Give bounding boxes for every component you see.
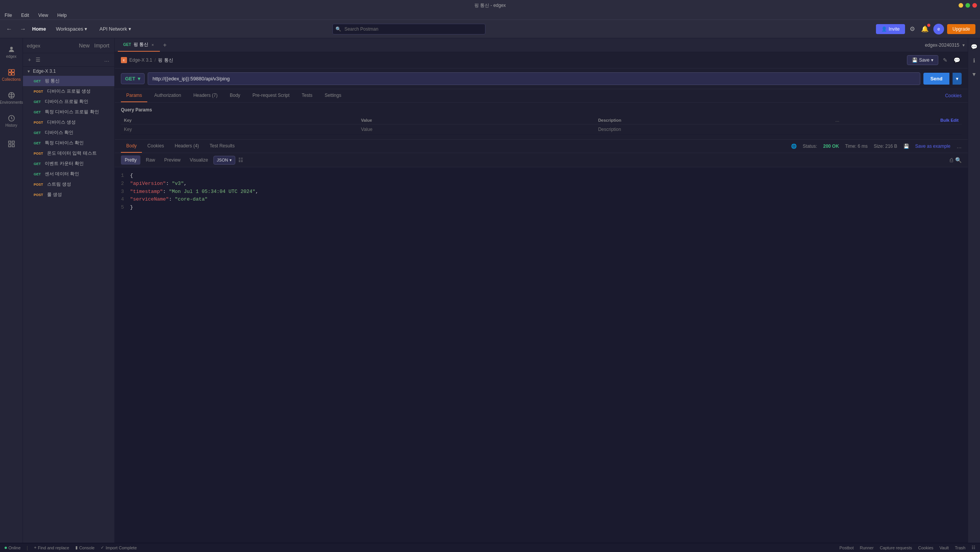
back-button[interactable]: ← (5, 24, 14, 34)
forward-button[interactable]: → (18, 24, 28, 34)
breadcrumb: E Edge-X 3.1 / 핑 통신 💾 Save ▾ ✎ 💬 (115, 52, 968, 69)
menu-file[interactable]: File (3, 12, 13, 19)
upgrade-button[interactable]: Upgrade (947, 24, 975, 34)
visualize-tab[interactable]: Visualize (186, 155, 212, 165)
res-tab-headers[interactable]: Headers (4) (169, 140, 204, 153)
request-item[interactable]: POST스트림 생성 (23, 179, 114, 189)
postbot-btn[interactable]: Postbot (839, 545, 853, 550)
maximize-button[interactable] (965, 3, 970, 8)
value-input[interactable] (361, 127, 592, 132)
res-tab-body[interactable]: Body (121, 140, 142, 153)
sidebar-item-explorer[interactable] (3, 133, 20, 155)
runner-btn[interactable]: Runner (860, 545, 874, 550)
sidebar-user-btn[interactable]: edgex (3, 41, 20, 63)
request-item[interactable]: GET이벤트 카운터 확인 (23, 158, 114, 169)
right-sidebar-btn-1[interactable]: 💬 (969, 41, 980, 52)
tab-tests[interactable]: Tests (296, 89, 318, 102)
res-tabs-bar: Body Cookies Headers (4) Test Results 🌐 … (115, 140, 968, 153)
tab-headers[interactable]: Headers (7) (188, 89, 223, 102)
history-icon (8, 114, 15, 122)
format-select[interactable]: JSON ▾ (213, 156, 235, 165)
new-button[interactable]: New (78, 41, 91, 50)
collection-item-edgex[interactable]: ▼ Edge-X 3.1 (23, 67, 114, 76)
bulk-edit-btn[interactable]: Bulk Edit (871, 116, 962, 124)
top-nav: ← → Home Workspaces ▾ API Network ▾ 🔍 👤 … (0, 20, 980, 38)
desc-input[interactable] (598, 127, 829, 132)
save-button[interactable]: 💾 Save ▾ (907, 55, 938, 65)
send-button[interactable]: Send (923, 73, 949, 85)
minimize-button[interactable] (959, 3, 963, 8)
console-btn[interactable]: ▮ Console (75, 545, 94, 550)
notifications-button[interactable]: 🔔 (920, 24, 930, 34)
active-tab[interactable]: GET 핑 통신 × (118, 38, 160, 52)
api-network-dropdown[interactable]: API Network ▾ (96, 24, 135, 34)
tab-settings[interactable]: Settings (319, 89, 347, 102)
workspaces-dropdown[interactable]: Workspaces ▾ (52, 24, 91, 34)
trash-btn[interactable]: Trash (955, 545, 965, 550)
request-item[interactable]: POST디바이스 프로필 생성 (23, 86, 114, 96)
import-button[interactable]: Import (93, 41, 111, 50)
search-res-btn[interactable]: 🔍 (955, 157, 962, 163)
send-dropdown-btn[interactable]: ▾ (952, 73, 962, 85)
online-status[interactable]: Online (5, 545, 21, 550)
tab-params[interactable]: Params (121, 89, 147, 102)
find-replace-btn[interactable]: ⌖ Find and replace (34, 545, 69, 550)
sidebar-item-collections[interactable]: Collections (3, 64, 20, 86)
content-area: GET 핑 통신 × + edgex-20240315 ▾ E Edge-X 3… (115, 38, 968, 543)
add-tab-btn[interactable]: + (160, 40, 169, 50)
raw-tab[interactable]: Raw (142, 155, 159, 165)
request-item[interactable]: GET특정 디바이스 프로필 확인 (23, 107, 114, 117)
menu-edit[interactable]: Edit (20, 12, 31, 19)
right-sidebar-btn-3[interactable]: ▼ (969, 69, 979, 80)
capture-btn[interactable]: Capture requests (880, 545, 912, 550)
method-select[interactable]: GET ▾ (121, 73, 145, 84)
desc-column-header: Description (595, 116, 832, 124)
edit-btn[interactable]: ✎ (941, 56, 949, 65)
comment-btn[interactable]: 💬 (952, 56, 962, 65)
more-options-btn[interactable]: … (103, 56, 111, 64)
home-link[interactable]: Home (32, 26, 46, 32)
sidebar-item-environments[interactable]: Environments (3, 87, 20, 109)
copy-btn[interactable]: ⎙ (950, 157, 953, 163)
settings-button[interactable]: ⚙ (908, 24, 917, 34)
add-collection-btn[interactable]: + (27, 56, 32, 64)
key-input[interactable] (124, 127, 355, 132)
sidebar-item-history[interactable]: History (3, 110, 20, 132)
request-item[interactable]: POST룰 생성 (23, 189, 114, 200)
import-complete-btn[interactable]: ✓ Import Complete (101, 545, 137, 550)
tab-close-btn[interactable]: × (151, 42, 155, 47)
search-input[interactable] (332, 24, 485, 34)
request-item[interactable]: GET디바이스 확인 (23, 127, 114, 138)
right-sidebar-btn-2[interactable]: ℹ (971, 55, 977, 66)
request-item[interactable]: GET특정 디바이스 확인 (23, 138, 114, 148)
url-input[interactable] (148, 72, 920, 85)
grid-btn[interactable]: ☷ (972, 545, 975, 550)
tab-body[interactable]: Body (225, 89, 246, 102)
avatar[interactable]: e (933, 24, 944, 34)
request-item[interactable]: GET핑 통신 (23, 76, 114, 86)
filter-btn[interactable]: ☰ (34, 56, 42, 64)
cookies-link[interactable]: Cookies (945, 93, 962, 98)
res-tab-test-results[interactable]: Test Results (204, 140, 240, 153)
tab-pre-request[interactable]: Pre-request Script (247, 89, 295, 102)
request-item[interactable]: GET센서 데이터 확인 (23, 169, 114, 179)
invite-button[interactable]: 👤 Invite (876, 24, 905, 34)
res-tab-cookies[interactable]: Cookies (142, 140, 169, 153)
request-item[interactable]: POST디바이스 생성 (23, 117, 114, 127)
nav-right: 👤 Invite ⚙ 🔔 e Upgrade (876, 24, 975, 34)
preview-tab[interactable]: Preview (160, 155, 184, 165)
save-example-btn[interactable]: Save as example (915, 144, 951, 149)
tab-authorization[interactable]: Authorization (149, 89, 186, 102)
cookies-btn[interactable]: Cookies (918, 545, 933, 550)
more-res-btn[interactable]: … (957, 144, 962, 149)
request-name: 특정 디바이스 확인 (45, 140, 84, 146)
menu-view[interactable]: View (37, 12, 50, 19)
request-item[interactable]: GET디바이스 프로필 확인 (23, 96, 114, 107)
request-item[interactable]: POST온도 데이터 입력 테스트 (23, 148, 114, 158)
menu-help[interactable]: Help (56, 12, 68, 19)
close-button[interactable] (972, 3, 977, 8)
pretty-tab[interactable]: Pretty (121, 155, 140, 165)
tab-dropdown-btn[interactable]: ▾ (962, 42, 965, 48)
vault-btn[interactable]: Vault (939, 545, 949, 550)
filter-btn[interactable]: ☷ (238, 157, 243, 163)
